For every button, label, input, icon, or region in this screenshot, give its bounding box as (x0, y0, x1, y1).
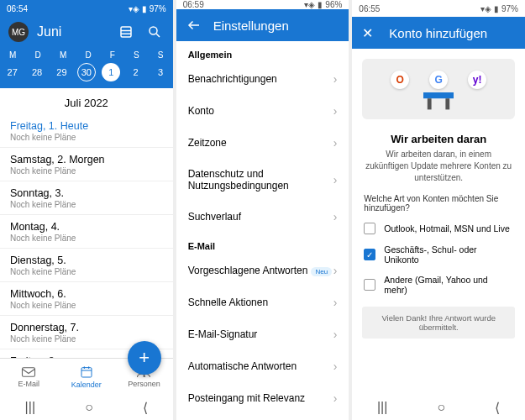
status-time: 06:59 (183, 0, 204, 9)
agenda-day: Dienstag, 5. (10, 255, 163, 266)
agenda-list[interactable]: Freitag, 1. HeuteNoch keine PläneSamstag… (0, 114, 173, 358)
settings-item-label: E-Mail-Signatur (188, 328, 258, 340)
settings-item-label: Vorgeschlagene AntwortenNeu (188, 265, 332, 276)
svg-line-4 (156, 34, 160, 37)
avatar[interactable]: MG (8, 22, 29, 42)
agenda-day: Freitag, 1. Heute (10, 120, 163, 132)
yahoo-logo-icon: y! (468, 71, 486, 89)
agenda-sub: Noch keine Pläne (10, 234, 163, 243)
svg-rect-15 (446, 98, 450, 109)
agenda-item[interactable]: Mittwoch, 6.Noch keine Pläne (0, 282, 173, 316)
account-option[interactable]: ✓Geschäfts-, Schul- oder Unikonto (352, 239, 525, 270)
settings-item[interactable]: Benachrichtigungen› (176, 63, 349, 95)
account-option[interactable]: Outlook, Hotmail, MSN und Live (352, 218, 525, 239)
office-logo-icon: O (391, 71, 409, 89)
nav-calendar[interactable]: Kalender (58, 359, 116, 395)
account-option[interactable]: Andere (Gmail, Yahoo und mehr) (352, 270, 525, 300)
date-cell[interactable]: 2 (127, 63, 145, 81)
wifi-icon: ▾◈ (304, 0, 315, 9)
back-arrow-icon[interactable] (186, 18, 202, 33)
checkbox[interactable] (364, 279, 375, 291)
chevron-right-icon: › (333, 296, 338, 309)
home-icon[interactable]: ○ (438, 400, 446, 415)
chevron-right-icon: › (333, 72, 338, 86)
agenda-item[interactable]: Dienstag, 5.Noch keine Pläne (0, 249, 173, 282)
date-cell[interactable]: 27 (3, 63, 22, 81)
agenda-day: Samstag, 2. Morgen (10, 154, 163, 165)
settings-item-label: Benachrichtigungen (188, 73, 277, 85)
signal-icon: ▮ (318, 0, 323, 9)
signal-icon: ▮ (142, 4, 147, 13)
checkbox[interactable]: ✓ (364, 249, 375, 260)
weekday-label: S (134, 50, 139, 60)
working-desc: Wir arbeiten daran, in einem zukünftigen… (364, 149, 513, 184)
add-account-screen: 06:55 ▾◈ ▮ 97% ✕ Konto hinzufügen O G y!… (352, 0, 525, 420)
system-nav: ||| ○ ⟨ (0, 395, 173, 420)
illustration: O G y! (362, 59, 515, 119)
settings-item[interactable]: Datenschutz und Nutzungsbedingungen› (176, 159, 349, 201)
agenda-item[interactable]: Sonntag, 3.Noch keine Pläne (0, 181, 173, 215)
thanks-message: Vielen Dank! Ihre Antwort wurde übermitt… (362, 307, 515, 339)
close-icon[interactable]: ✕ (362, 25, 377, 40)
weekday-label: M (9, 50, 16, 60)
option-label: Geschäfts-, Schul- oder Unikonto (384, 244, 513, 265)
date-cell[interactable]: 3 (151, 63, 170, 81)
date-cell[interactable]: 28 (28, 63, 46, 81)
settings-item[interactable]: Zeitzone› (176, 127, 349, 159)
agenda-item[interactable]: Samstag, 2. MorgenNoch keine Pläne (0, 148, 173, 181)
settings-item[interactable]: Posteingang mit Relevanz› (176, 382, 349, 414)
settings-item-label: Datenschutz und Nutzungsbedingungen (188, 168, 333, 192)
settings-item[interactable]: Suchverlauf› (176, 201, 349, 233)
recent-apps-icon[interactable]: ||| (377, 400, 387, 415)
month-title[interactable]: Juni (37, 24, 108, 39)
checkbox[interactable] (364, 223, 375, 234)
settings-item-label: Konto (188, 105, 214, 117)
nav-email[interactable]: E-Mail (0, 359, 58, 395)
date-cell[interactable]: 30 (77, 63, 96, 81)
agenda-view-icon[interactable] (116, 22, 136, 42)
working-heading: Wir arbeiten daran (364, 133, 513, 145)
section-general: Allgemein (176, 41, 349, 63)
wifi-icon: ▾◈ (129, 4, 139, 13)
chevron-right-icon: › (333, 136, 338, 150)
agenda-item[interactable]: Montag, 4.Noch keine Pläne (0, 215, 173, 249)
settings-item[interactable]: E-Mail-Signatur› (176, 318, 349, 350)
new-badge: Neu (311, 267, 332, 276)
agenda-item[interactable]: Freitag, 1. HeuteNoch keine Pläne (0, 114, 173, 148)
settings-item[interactable]: Nachrichtenliste› (176, 414, 349, 420)
status-bar: 06:54 ▾◈ ▮ 97% (0, 0, 173, 17)
settings-item[interactable]: Automatische Antworten› (176, 350, 349, 382)
home-icon[interactable]: ○ (85, 400, 93, 415)
battery-text: 97% (501, 4, 518, 13)
weekday-label: D (85, 50, 91, 60)
settings-item[interactable]: Konto› (176, 95, 349, 127)
battery-text: 97% (150, 4, 166, 13)
chevron-right-icon: › (333, 264, 338, 277)
signal-icon: ▮ (494, 4, 499, 13)
back-chevron-icon[interactable]: ⟨ (495, 400, 500, 416)
settings-item[interactable]: Schnelle Aktionen› (176, 286, 349, 318)
option-label: Outlook, Hotmail, MSN und Live (384, 223, 509, 234)
section-email: E-Mail (176, 233, 349, 255)
recent-apps-icon[interactable]: ||| (25, 400, 35, 415)
google-logo-icon: G (429, 71, 448, 89)
status-time: 06:54 (7, 4, 28, 13)
svg-rect-6 (81, 367, 92, 376)
chevron-right-icon: › (333, 328, 338, 341)
settings-item[interactable]: Vorgeschlagene AntwortenNeu› (176, 255, 349, 286)
agenda-day: Sonntag, 3. (10, 187, 163, 199)
settings-item-label: Automatische Antworten (188, 360, 297, 372)
chevron-right-icon: › (333, 391, 338, 405)
weekday-row: MDMDFSS (0, 47, 173, 61)
agenda-day: Mittwoch, 6. (10, 288, 163, 300)
search-icon[interactable] (144, 22, 165, 42)
dates-row: 27282930123 (0, 61, 173, 88)
date-cell[interactable]: 1 (102, 63, 120, 81)
wifi-icon: ▾◈ (480, 4, 491, 13)
settings-title: Einstellungen (213, 18, 289, 33)
date-cell[interactable]: 29 (52, 63, 71, 81)
back-chevron-icon[interactable]: ⟨ (143, 400, 148, 416)
settings-item-label: Schnelle Aktionen (188, 297, 268, 308)
chevron-right-icon: › (333, 173, 338, 186)
fab-add[interactable]: + (128, 341, 161, 375)
